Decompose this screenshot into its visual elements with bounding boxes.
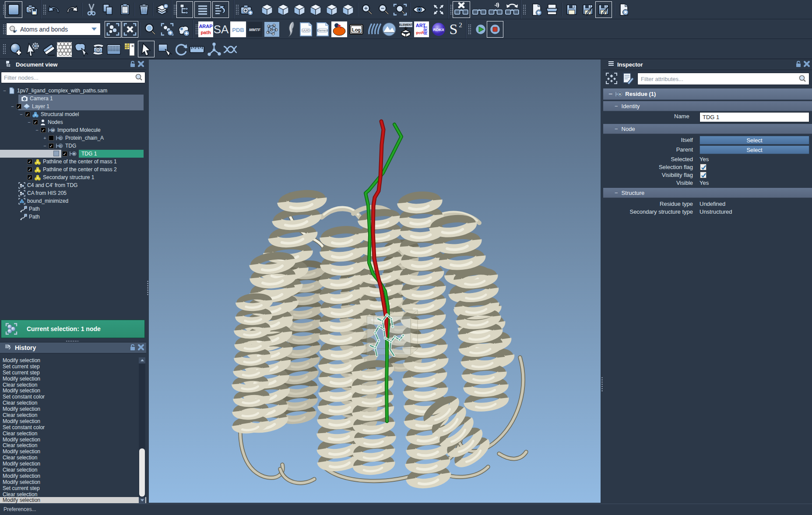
svg-text:ARAP: ARAP [199,24,212,29]
svg-text:R: R [73,152,76,156]
svg-text:MMTF: MMTF [249,28,260,32]
svg-text:R: R [619,92,622,96]
svg-text:SA: SA [214,23,229,36]
svg-text:C: C [60,144,62,148]
svg-text:H: H [132,45,134,47]
svg-text:S: S [450,21,458,37]
svg-text:UUID: UUID [302,29,309,32]
svg-text:M: M [51,128,54,132]
svg-text:ELEMENT: ELEMENT [399,23,412,26]
svg-text:Log: Log [352,27,361,32]
svg-text:RDKit: RDKit [433,28,444,32]
svg-text:Element: Element [317,29,328,32]
svg-text:PDB: PDB [232,27,244,33]
svg-text:C: C [60,136,62,140]
svg-text:path: path [200,30,211,35]
svg-text:2: 2 [459,21,462,28]
